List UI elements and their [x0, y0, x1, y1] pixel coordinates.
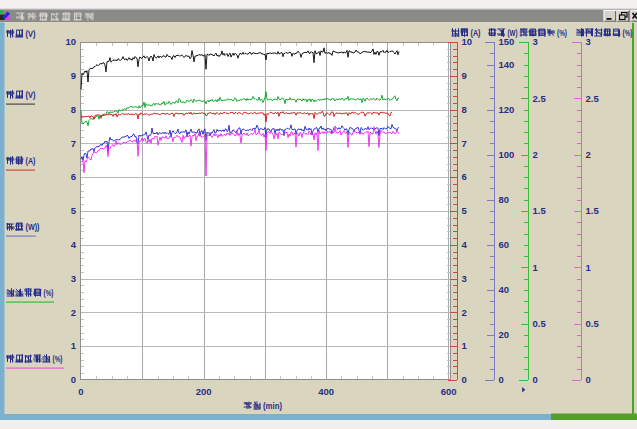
svg-text:0.5: 0.5	[533, 318, 547, 329]
svg-text:(V): (V)	[26, 29, 36, 39]
svg-text:1: 1	[71, 340, 77, 351]
svg-text:200: 200	[196, 386, 212, 397]
svg-text:8: 8	[71, 104, 76, 115]
svg-text:10: 10	[462, 36, 473, 47]
svg-text:5: 5	[71, 205, 77, 216]
svg-text:2.5: 2.5	[586, 93, 600, 104]
svg-text:2: 2	[71, 307, 76, 318]
svg-text:0: 0	[462, 374, 467, 385]
svg-text:10: 10	[65, 36, 76, 47]
svg-text:(%): (%)	[44, 288, 54, 298]
svg-text:100: 100	[499, 149, 515, 160]
svg-text:9: 9	[462, 70, 467, 81]
svg-text:60: 60	[499, 239, 510, 250]
svg-text:4: 4	[462, 239, 468, 250]
svg-text:7: 7	[71, 138, 76, 149]
svg-text:2.5: 2.5	[533, 93, 547, 104]
svg-text:1: 1	[462, 340, 468, 351]
svg-text:2: 2	[462, 307, 467, 318]
svg-text:150: 150	[499, 36, 515, 47]
svg-text:600: 600	[441, 386, 457, 397]
svg-text:0: 0	[71, 374, 76, 385]
svg-text:400: 400	[318, 386, 334, 397]
svg-text:9: 9	[71, 70, 76, 81]
svg-text:120: 120	[499, 104, 515, 115]
svg-text:(%): (%)	[557, 28, 567, 38]
svg-text:3: 3	[462, 273, 467, 284]
svg-text:6: 6	[462, 171, 467, 182]
svg-text:(%): (%)	[53, 354, 63, 364]
svg-text:0: 0	[78, 386, 83, 397]
svg-text:1.5: 1.5	[586, 205, 600, 216]
svg-text:6: 6	[71, 171, 76, 182]
svg-text:7: 7	[462, 138, 467, 149]
svg-text:1: 1	[586, 262, 592, 273]
svg-text:0.5: 0.5	[586, 318, 600, 329]
svg-text:2: 2	[533, 149, 538, 160]
svg-text:4: 4	[71, 239, 77, 250]
svg-text:0: 0	[533, 374, 538, 385]
svg-text:(A): (A)	[471, 28, 481, 38]
svg-text:0: 0	[586, 374, 591, 385]
svg-text:0: 0	[499, 374, 504, 385]
svg-text:3: 3	[71, 273, 76, 284]
svg-text:(V): (V)	[26, 90, 36, 100]
svg-text:8: 8	[462, 104, 467, 115]
svg-text:40: 40	[499, 284, 510, 295]
svg-text:80: 80	[499, 194, 510, 205]
svg-text:(A): (A)	[26, 156, 36, 166]
svg-text:20: 20	[499, 329, 510, 340]
svg-text:(W)): (W))	[26, 222, 40, 232]
svg-text:3: 3	[533, 36, 538, 47]
svg-text:3: 3	[586, 36, 591, 47]
svg-text:(min): (min)	[263, 401, 282, 411]
svg-text:1: 1	[533, 262, 539, 273]
svg-text:140: 140	[499, 59, 515, 70]
svg-text:(%): (%)	[623, 28, 633, 38]
svg-text:5: 5	[462, 205, 468, 216]
svg-text:1.5: 1.5	[533, 205, 547, 216]
svg-text:2: 2	[586, 149, 591, 160]
svg-text:(W): (W)	[508, 28, 518, 38]
